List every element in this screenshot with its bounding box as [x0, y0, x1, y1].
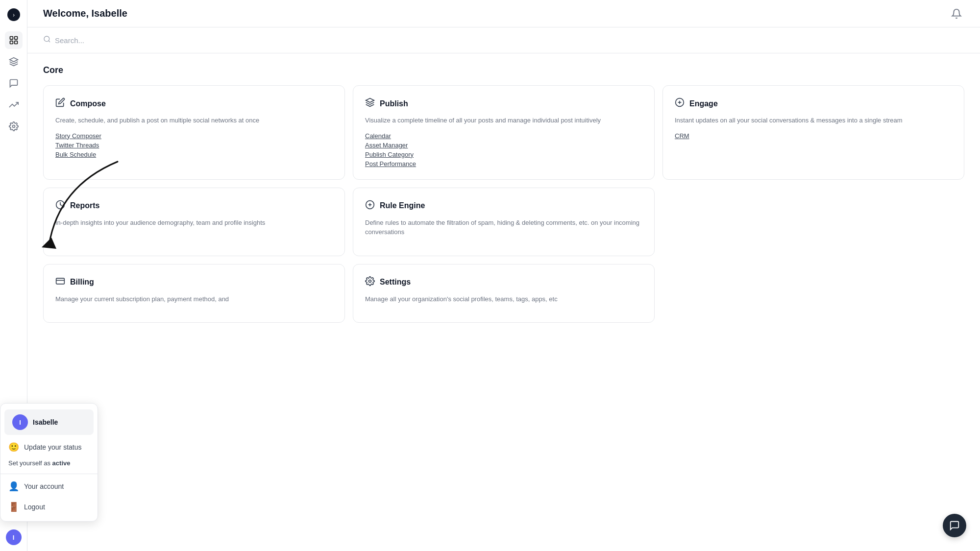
card-header-reports: Reports — [55, 200, 333, 212]
card-desc-engage: Instant updates on all your social conve… — [675, 116, 952, 125]
card-title-publish: Publish — [380, 99, 408, 108]
card-links-engage: CRM — [675, 132, 952, 140]
card-link-story-composer[interactable]: Story Composer — [55, 132, 333, 140]
card-links-publish: CalendarAsset ManagerPublish CategoryPos… — [365, 132, 642, 168]
card-header-engage: Engage — [675, 97, 952, 110]
cards-row-2: Reports In-depth insights into your audi… — [43, 188, 964, 256]
account-icon: 👤 — [8, 481, 19, 492]
svg-point-16 — [369, 280, 371, 282]
card-rule-engine: Rule Engine Define rules to automate the… — [353, 188, 655, 256]
card-billing: Billing Manage your current subscription… — [43, 264, 345, 323]
your-account-label: Your account — [24, 482, 64, 490]
card-link-calendar[interactable]: Calendar — [365, 132, 642, 140]
card-link-twitter-threads[interactable]: Twitter Threads — [55, 142, 333, 149]
notification-bell[interactable] — [949, 6, 964, 22]
sidebar-logo: › — [5, 6, 23, 24]
cards-row-1: Compose Create, schedule, and publish a … — [43, 85, 964, 180]
card-title-compose: Compose — [70, 99, 106, 108]
svg-rect-2 — [10, 37, 13, 40]
sidebar-item-publish[interactable] — [5, 53, 23, 71]
sidebar-item-engage[interactable] — [5, 74, 23, 92]
svg-text:›: › — [12, 11, 15, 19]
update-status-label: Update your status — [24, 443, 82, 451]
user-avatar[interactable]: I — [6, 529, 22, 545]
card-title-reports: Reports — [70, 201, 99, 210]
card-desc-billing: Manage your current subscription plan, p… — [55, 294, 333, 304]
popup-user-row[interactable]: I Isabelle — [4, 409, 94, 435]
card-header-settings: Settings — [365, 276, 642, 288]
svg-rect-3 — [14, 37, 17, 40]
svg-rect-14 — [56, 278, 65, 284]
card-reports: Reports In-depth insights into your audi… — [43, 188, 345, 256]
search-bar — [27, 27, 980, 53]
cards-row-3: Billing Manage your current subscription… — [43, 264, 964, 323]
card-header-billing: Billing — [55, 276, 333, 288]
logout-icon: 🚪 — [8, 502, 19, 512]
card-link-asset-manager[interactable]: Asset Manager — [365, 142, 642, 149]
card-desc-reports: In-depth insights into your audience dem… — [55, 218, 333, 228]
smiley-icon: 🙂 — [8, 442, 19, 453]
card-compose: Compose Create, schedule, and publish a … — [43, 85, 345, 180]
card-link-publish-category[interactable]: Publish Category — [365, 151, 642, 158]
card-desc-publish: Visualize a complete timeline of all you… — [365, 116, 642, 125]
card-header-rule-engine: Rule Engine — [365, 200, 642, 212]
card-link-post-performance[interactable]: Post Performance — [365, 160, 642, 168]
card-settings: Settings Manage all your organization's … — [353, 264, 655, 323]
divider-1 — [0, 474, 98, 474]
sidebar-item-settings[interactable] — [5, 118, 23, 135]
card-header-compose: Compose — [55, 97, 333, 110]
card-desc-rule-engine: Define rules to automate the filtration … — [365, 218, 642, 237]
search-input[interactable] — [55, 36, 964, 45]
card-link-bulk-schedule[interactable]: Bulk Schedule — [55, 151, 333, 158]
content-area: Core Compose Create, schedule, and publi… — [27, 53, 980, 342]
set-active-text: Set yourself as active — [0, 457, 98, 472]
sidebar-item-compose[interactable] — [5, 31, 23, 49]
section-title-core: Core — [43, 65, 964, 75]
settings-icon — [365, 276, 375, 288]
reports-icon — [55, 200, 65, 212]
svg-rect-4 — [10, 41, 13, 44]
popup-avatar: I — [12, 414, 28, 430]
page-title: Welcome, Isabelle — [43, 8, 127, 19]
card-title-engage: Engage — [689, 99, 718, 108]
main-content: Welcome, Isabelle Core Compose Create, s… — [27, 0, 980, 551]
engage-icon — [675, 97, 685, 110]
publish-icon — [365, 97, 375, 110]
compose-icon — [55, 97, 65, 110]
update-status-item[interactable]: 🙂 Update your status — [0, 437, 98, 457]
card-publish: Publish Visualize a complete timeline of… — [353, 85, 655, 180]
billing-icon — [55, 276, 65, 288]
svg-point-6 — [12, 125, 15, 128]
chat-button[interactable] — [943, 514, 966, 537]
card-title-rule-engine: Rule Engine — [380, 201, 425, 210]
user-popup-menu: I Isabelle 🙂 Update your status Set your… — [0, 403, 98, 522]
popup-username: Isabelle — [33, 418, 58, 426]
card-title-settings: Settings — [380, 278, 411, 287]
card-link-crm[interactable]: CRM — [675, 132, 952, 140]
logout-item[interactable]: 🚪 Logout — [0, 497, 98, 517]
card-engage: Engage Instant updates on all your socia… — [662, 85, 964, 180]
card-title-billing: Billing — [70, 278, 94, 287]
rule-engine-icon — [365, 200, 375, 212]
card-desc-compose: Create, schedule, and publish a post on … — [55, 116, 333, 125]
svg-rect-5 — [14, 41, 17, 44]
logout-label: Logout — [24, 503, 45, 511]
card-desc-settings: Manage all your organization's social pr… — [365, 294, 642, 304]
card-links-compose: Story ComposerTwitter ThreadsBulk Schedu… — [55, 132, 333, 158]
svg-point-7 — [44, 36, 49, 42]
your-account-item[interactable]: 👤 Your account — [0, 476, 98, 497]
svg-line-8 — [49, 41, 50, 42]
card-header-publish: Publish — [365, 97, 642, 110]
topbar: Welcome, Isabelle — [27, 0, 980, 27]
sidebar-item-reports[interactable] — [5, 96, 23, 114]
search-icon — [43, 35, 51, 45]
